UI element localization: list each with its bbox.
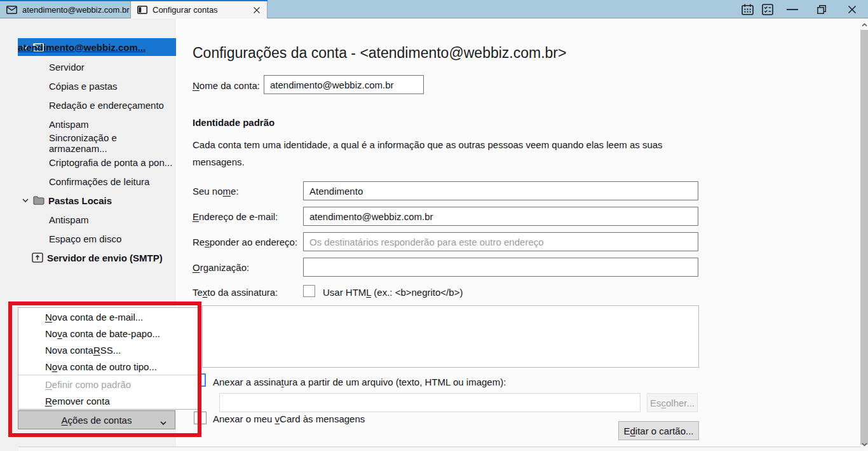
close-button[interactable] bbox=[836, 0, 868, 18]
menu-item-remove-account[interactable]: Remover conta bbox=[18, 392, 198, 409]
sidebar-group-pastas-locais[interactable]: Pastas Locais bbox=[18, 191, 176, 210]
menu-separator bbox=[18, 375, 198, 375]
menu-item-new-email-account[interactable]: Nova conta de e-mail... bbox=[18, 309, 198, 325]
signature-file-input[interactable] bbox=[219, 393, 641, 412]
choose-file-button[interactable]: Escolher... bbox=[647, 393, 698, 412]
signature-label: Texto da assinatura: bbox=[193, 287, 278, 298]
edit-vcard-button[interactable]: Editar o cartão... bbox=[618, 421, 699, 440]
vcard-label: Anexar o meu vCard às mensagens bbox=[213, 413, 365, 424]
menu-item-new-rss-account[interactable]: Nova conta RSS... bbox=[18, 342, 198, 358]
your-name-input[interactable] bbox=[303, 181, 698, 200]
chevron-down-icon bbox=[22, 198, 29, 203]
menu-item-new-other-account[interactable]: Nova conta de outro tipo... bbox=[18, 358, 198, 375]
scroll-down-icon[interactable] bbox=[860, 440, 868, 450]
organization-label: Organização: bbox=[193, 262, 249, 273]
calendar-icon[interactable] bbox=[737, 0, 757, 18]
account-actions-button[interactable]: Ações de contas bbox=[18, 410, 175, 429]
sidebar-item-antispam-local[interactable]: Antispam bbox=[18, 210, 176, 229]
tab-mail-label: atendimento@webbiz.com.br bbox=[22, 5, 130, 15]
email-label: Endereço de e-mail: bbox=[193, 211, 278, 222]
tasks-icon[interactable] bbox=[757, 0, 778, 18]
use-html-label: Usar HTML (ex.: <b>negrito</b>) bbox=[323, 287, 463, 298]
sidebar-item-criptografia[interactable]: Criptografia de ponta a pon... bbox=[18, 153, 176, 172]
sidebar-item-espaco-em-disco[interactable]: Espaço em disco bbox=[18, 229, 176, 248]
scrollbar-thumb[interactable] bbox=[860, 30, 868, 445]
sidebar-item-antispam[interactable]: Antispam bbox=[18, 114, 176, 134]
reply-to-input[interactable] bbox=[303, 232, 698, 251]
bottom-strip bbox=[18, 447, 868, 451]
vcard-checkbox[interactable] bbox=[194, 412, 207, 424]
sidebar-account-selected[interactable]: atendimento@webbiz.com... bbox=[18, 38, 176, 56]
tab-bar: atendimento@webbiz.com.br Configurar con… bbox=[0, 0, 868, 18]
minimize-button[interactable] bbox=[778, 0, 807, 18]
attach-file-label: Anexar a assinatura a partir de um arqui… bbox=[213, 377, 506, 387]
scroll-up-icon[interactable] bbox=[860, 20, 868, 30]
sidebar-item-confirmacoes[interactable]: Confirmações de leitura bbox=[18, 172, 176, 191]
identity-description: Cada conta tem uma identidade, a qual é … bbox=[193, 136, 668, 170]
vertical-scrollbar[interactable] bbox=[860, 18, 868, 451]
your-name-label: Seu nome: bbox=[193, 186, 239, 197]
tab-settings[interactable]: Configurar contas bbox=[130, 1, 268, 18]
email-input[interactable] bbox=[303, 207, 698, 226]
sidebar-item-servidor[interactable]: Servidor bbox=[18, 57, 176, 76]
menu-item-new-chat-account[interactable]: Nova conta de bate-papo... bbox=[18, 325, 198, 342]
envelope-icon bbox=[6, 6, 17, 14]
account-name-label: Nome da conta: bbox=[193, 80, 260, 91]
menu-item-set-default: Definir como padrão bbox=[18, 376, 198, 392]
chevron-down-icon bbox=[159, 417, 167, 427]
reply-to-label: Responder ao endereço: bbox=[193, 237, 297, 247]
sidebar-account-label: atendimento@webbiz.com... bbox=[18, 42, 146, 53]
sidebar-item-copias-e-pastas[interactable]: Cópias e pastas bbox=[18, 76, 176, 95]
identity-heading: Identidade padrão bbox=[193, 117, 275, 128]
sidebar-item-sincronizacao[interactable]: Sincronização e armazenam... bbox=[18, 134, 176, 153]
sidebar-item-redacao[interactable]: Redação e endereçamento bbox=[18, 95, 176, 114]
folder-icon bbox=[33, 196, 44, 205]
organization-input[interactable] bbox=[303, 258, 698, 277]
account-name-input[interactable] bbox=[264, 75, 424, 94]
tab-mail[interactable]: atendimento@webbiz.com.br bbox=[0, 1, 130, 18]
account-settings-icon bbox=[137, 6, 147, 14]
smtp-server-icon bbox=[32, 253, 43, 263]
tab-close-icon[interactable] bbox=[253, 6, 261, 14]
page-title: Configurações da conta - <atendimento@we… bbox=[193, 45, 566, 62]
use-html-checkbox[interactable] bbox=[303, 285, 315, 297]
thunderbird-account-settings-window: atendimento@webbiz.com.br Configurar con… bbox=[0, 0, 868, 451]
tab-settings-label: Configurar contas bbox=[153, 5, 218, 15]
window-controls bbox=[737, 0, 868, 18]
restore-button[interactable] bbox=[807, 0, 836, 18]
account-actions-menu: Nova conta de e-mail... Nova conta de ba… bbox=[18, 307, 199, 410]
sidebar-item-smtp[interactable]: Servidor de envio (SMTP) bbox=[18, 248, 176, 267]
signature-textarea[interactable] bbox=[202, 305, 699, 368]
